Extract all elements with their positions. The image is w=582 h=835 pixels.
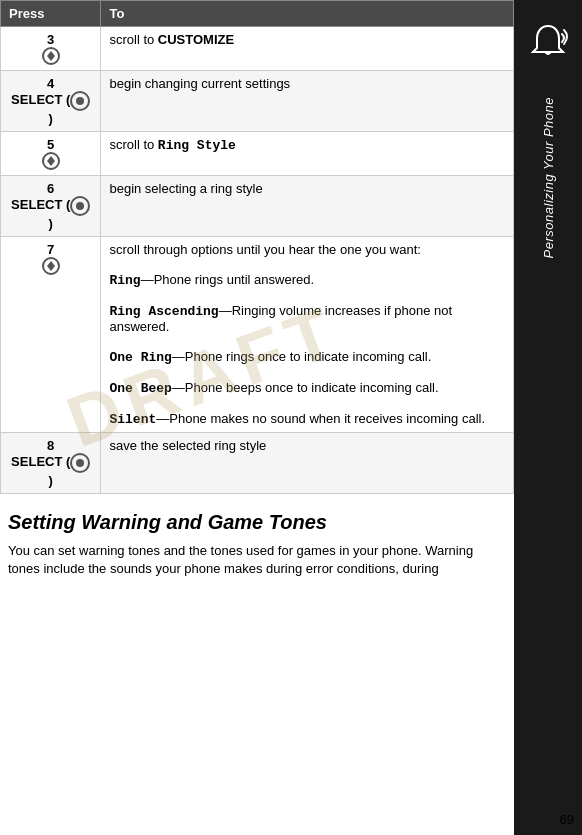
row-number: 7	[1, 237, 101, 433]
scroll-icon	[42, 47, 60, 65]
select-icon	[70, 91, 90, 111]
table-row: 3scroll to CUSTOMIZE	[1, 27, 514, 71]
section-body: You can set warning tones and the tones …	[8, 542, 506, 578]
col-press-header: Press	[1, 1, 101, 27]
row-number: 5	[1, 132, 101, 176]
section-title: Setting Warning and Game Tones	[8, 510, 506, 534]
sidebar-label: Personalizing Your Phone	[541, 97, 556, 258]
right-sidebar: Personalizing Your Phone	[514, 0, 582, 835]
table-row: 8SELECT ()save the selected ring style	[1, 433, 514, 494]
row-number: 4SELECT ()	[1, 71, 101, 132]
instructions-table: Press To 3scroll to CUSTOMIZE4SELECT ()b…	[0, 0, 514, 494]
row-description: scroll to CUSTOMIZE	[101, 27, 514, 71]
row-number: 8SELECT ()	[1, 433, 101, 494]
select-icon	[70, 196, 90, 216]
row-description: begin changing current settings	[101, 71, 514, 132]
table-row: 7scroll through options until you hear t…	[1, 237, 514, 433]
scroll-icon	[42, 257, 60, 275]
col-to-header: To	[101, 1, 514, 27]
table-row: 4SELECT ()begin changing current setting…	[1, 71, 514, 132]
table-row: 5scroll to Ring Style	[1, 132, 514, 176]
page-number: 69	[560, 812, 574, 827]
main-container: Press To 3scroll to CUSTOMIZE4SELECT ()b…	[0, 0, 582, 835]
table-row: 6SELECT ()begin selecting a ring style	[1, 176, 514, 237]
row-description: save the selected ring style	[101, 433, 514, 494]
bell-icon	[526, 20, 570, 67]
row-description: scroll through options until you hear th…	[101, 237, 514, 433]
row-description: begin selecting a ring style	[101, 176, 514, 237]
select-icon	[70, 453, 90, 473]
row-number: 6SELECT ()	[1, 176, 101, 237]
scroll-icon	[42, 152, 60, 170]
row-number: 3	[1, 27, 101, 71]
content-area: Press To 3scroll to CUSTOMIZE4SELECT ()b…	[0, 0, 514, 835]
row-description: scroll to Ring Style	[101, 132, 514, 176]
